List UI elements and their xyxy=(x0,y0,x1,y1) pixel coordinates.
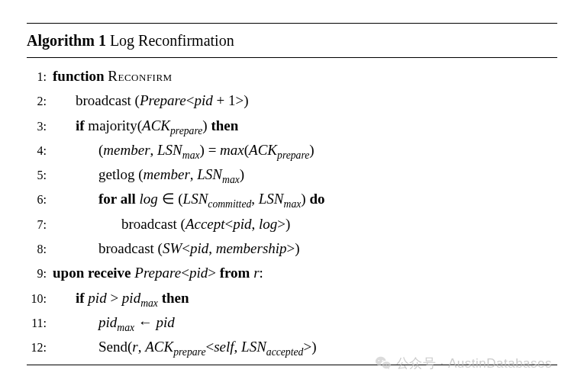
line-number: 12: xyxy=(27,337,53,358)
line-content: for all log ∈ (LSNcommitted, LSNmax) do xyxy=(53,187,557,211)
line-number: 3: xyxy=(27,116,53,137)
line-number: 4: xyxy=(27,140,53,161)
line-number: 10: xyxy=(27,288,53,309)
algorithm-line: 3:if majority(ACKprepare) then xyxy=(27,114,557,138)
watermark: 公众号 · AustinDatabases xyxy=(375,353,552,374)
line-number: 2: xyxy=(27,91,53,111)
line-number: 6: xyxy=(27,189,53,210)
algorithm-line: 8:broadcast (SW<pid, membership>) xyxy=(27,236,557,261)
line-content: function Reconfirm xyxy=(53,64,557,88)
algorithm-line: 2:broadcast (Prepare<pid + 1>) xyxy=(27,88,557,113)
algorithm-line: 6:for all log ∈ (LSNcommitted, LSNmax) d… xyxy=(27,187,557,211)
line-content: (member, LSNmax) = max(ACKprepare) xyxy=(53,138,557,162)
algorithm-line: 1:function Reconfirm xyxy=(27,64,557,88)
line-number: 8: xyxy=(27,239,53,259)
wechat-icon xyxy=(375,355,392,371)
algorithm-line: 5:getlog (member, LSNmax) xyxy=(27,162,557,187)
line-content: upon receive Prepare<pid> from r: xyxy=(53,261,557,285)
algorithm-label: Algorithm 1 xyxy=(27,32,110,49)
algorithm-line: 7:broadcast (Accept<pid, log>) xyxy=(27,212,557,236)
line-content: broadcast (Accept<pid, log>) xyxy=(53,212,557,236)
algorithm-name: Log Reconfirmation xyxy=(110,32,234,49)
algorithm-title-row: Algorithm 1 Log Reconfirmation xyxy=(27,24,557,58)
line-content: if majority(ACKprepare) then xyxy=(53,114,557,138)
line-number: 5: xyxy=(27,165,53,185)
algorithm-line: 4:(member, LSNmax) = max(ACKprepare) xyxy=(27,138,557,162)
line-number: 1: xyxy=(27,66,53,87)
line-content: broadcast (Prepare<pid + 1>) xyxy=(53,88,557,113)
line-number: 7: xyxy=(27,214,53,235)
line-number: 9: xyxy=(27,263,53,284)
line-content: pidmax ← pid xyxy=(53,310,557,335)
algorithm-line: 10:if pid > pidmax then xyxy=(27,286,557,310)
algorithm-block: Algorithm 1 Log Reconfirmation 1:functio… xyxy=(27,23,557,365)
algorithm-body: 1:function Reconfirm2:broadcast (Prepare… xyxy=(27,58,557,365)
watermark-text: 公众号 · AustinDatabases xyxy=(396,353,552,374)
line-number: 11: xyxy=(27,313,53,333)
algorithm-line: 9:upon receive Prepare<pid> from r: xyxy=(27,261,557,285)
line-content: if pid > pidmax then xyxy=(53,286,557,310)
line-content: getlog (member, LSNmax) xyxy=(53,162,557,187)
algorithm-line: 11:pidmax ← pid xyxy=(27,310,557,335)
line-content: broadcast (SW<pid, membership>) xyxy=(53,236,557,261)
